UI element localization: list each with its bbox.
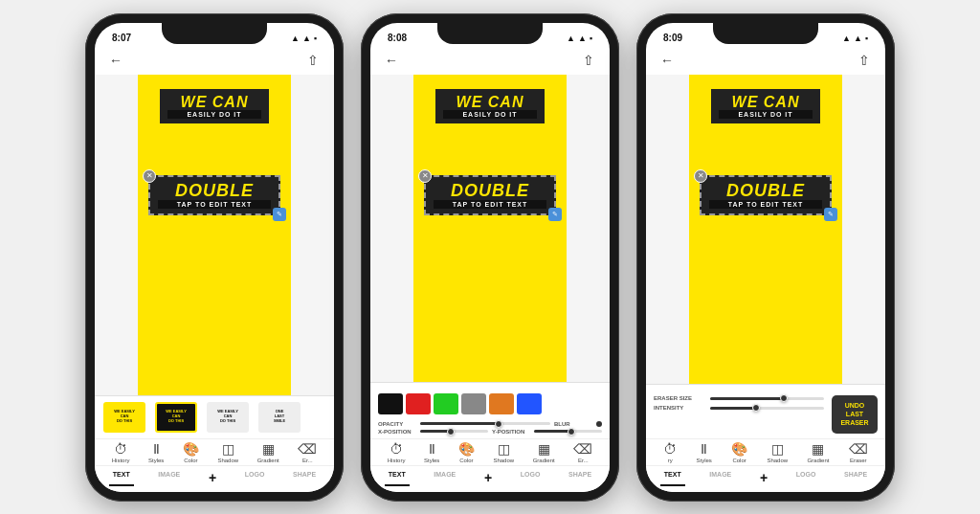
phone-2-tab-shape[interactable]: SHAPE <box>565 469 595 486</box>
er-label-2: Er... <box>578 458 589 463</box>
phone-3-tab-logo[interactable]: LOGO <box>792 469 820 486</box>
phone-2-sticker-top-title: WE CAN <box>443 94 537 111</box>
phone-1-sticker-edit[interactable]: ✎ <box>273 208 286 221</box>
history-label: History <box>112 458 130 463</box>
eraser-size-label: ERASER SIZE <box>654 395 706 401</box>
phone-1-style-3[interactable]: WE EASILYCANDO THIS <box>204 402 252 433</box>
phone-1-tab-image[interactable]: IMAGE <box>154 469 184 486</box>
phone-3-sticker-close[interactable]: ✕ <box>694 169 707 183</box>
phone-1-sticker-top-title: WE CAN <box>167 94 261 111</box>
phone-3-sticker-edit[interactable]: ✎ <box>824 208 837 221</box>
phone-3-shadow-btn[interactable]: ◫ Shadow <box>767 441 788 463</box>
phone-3-gradient-btn[interactable]: ▦ Gradient <box>807 441 829 463</box>
phone-2-tab-text[interactable]: TEXT <box>385 469 410 486</box>
ypos-slider[interactable] <box>534 430 602 433</box>
color-icon: 🎨 <box>183 441 199 457</box>
phone-2-sticker-edit[interactable]: ✎ <box>548 208 562 221</box>
opacity-slider[interactable] <box>420 422 550 425</box>
phone-1-gradient-btn[interactable]: ▦ Gradient <box>257 441 279 463</box>
swatch-orange[interactable] <box>489 393 514 414</box>
phone-2-bottom-tabs: TEXT IMAGE + LOGO SHAPE <box>370 465 610 488</box>
phone-2-color-btn[interactable]: 🎨 Color <box>458 441 475 463</box>
phone-1-notch <box>162 23 267 44</box>
intensity-slider[interactable] <box>710 407 824 410</box>
history-label-3: ry <box>668 458 673 463</box>
wifi-icon-2: ▲ <box>567 34 575 43</box>
phone-1-shadow-btn[interactable]: ◫ Shadow <box>217 441 238 463</box>
phone-1-back-button[interactable]: ← <box>106 51 125 70</box>
phone-3-sticker-bottom[interactable]: ✕ DOUBLE TAP TO EDIT TEXT ✎ <box>700 175 832 216</box>
phone-2-history-btn[interactable]: ⏱ History <box>388 441 406 463</box>
phone-2-styles-btn[interactable]: Ⅱ Styles <box>424 441 439 463</box>
phone-2-er-btn[interactable]: ⌫ Er... <box>573 441 592 463</box>
phone-1-style-1[interactable]: WE EASILYCANDO THIS <box>100 402 148 433</box>
phone-3-tab-shape[interactable]: SHAPE <box>840 469 871 486</box>
phone-3-tab-add[interactable]: + <box>756 469 771 486</box>
phone-3-tab-text[interactable]: TEXT <box>660 469 685 486</box>
phone-2-tab-image[interactable]: IMAGE <box>430 469 459 486</box>
phone-3-tab-image[interactable]: IMAGE <box>705 469 735 486</box>
phone-2-sticker-top[interactable]: WE CAN EASILY DO IT <box>433 86 547 127</box>
phone-3-history-btn[interactable]: ⏱ ry <box>663 441 677 463</box>
phone-1-tab-text[interactable]: TEXT <box>109 469 134 486</box>
styles-icon-2: Ⅱ <box>429 441 435 457</box>
phone-3-share-button[interactable]: ⇧ <box>855 51 874 70</box>
swatch-gray[interactable] <box>461 393 486 414</box>
phone-1-history-btn[interactable]: ⏱ History <box>112 441 130 463</box>
phone-1-share-button[interactable]: ⇧ <box>303 51 323 70</box>
phone-2-opacity-row: OPACITY BLUR <box>378 421 602 427</box>
phone-2: 8:08 ▲ ▲ ▪ ← ⇧ WE CAN EASILY DO IT <box>361 13 619 502</box>
swatch-blue[interactable] <box>517 393 542 414</box>
phone-1-status-icons: ▲ ▲ ▪ <box>291 34 317 43</box>
styles-icon-3: Ⅱ <box>701 441 707 457</box>
phone-1-sticker-top-sub: EASILY DO IT <box>167 110 261 119</box>
phone-2-sticker-bottom[interactable]: ✕ DOUBLE TAP TO EDIT TEXT ✎ <box>424 175 556 216</box>
phone-3-sticker-top[interactable]: WE CAN EASILY DO IT <box>708 86 823 127</box>
phone-1-canvas[interactable]: WE CAN EASILY DO IT ✕ DOUBLE TAP TO EDIT… <box>95 75 334 395</box>
phone-1-tab-logo[interactable]: LOGO <box>241 469 269 486</box>
phone-3-intensity-row: INTENSITY <box>654 405 824 411</box>
eraser-size-slider[interactable] <box>710 397 824 400</box>
phone-1-sticker-bottom[interactable]: ✕ DOUBLE TAP TO EDIT TEXT ✎ <box>148 175 280 216</box>
phone-2-screen: 8:08 ▲ ▲ ▪ ← ⇧ WE CAN EASILY DO IT <box>370 23 610 492</box>
phone-3-eraser-btn[interactable]: ⌫ Eraser <box>849 441 868 463</box>
phone-1-bottom-tabs: TEXT IMAGE + LOGO SHAPE <box>95 465 334 488</box>
phone-3-canvas[interactable]: WE CAN EASILY DO IT ✕ DOUBLE TAP TO EDIT… <box>646 75 885 385</box>
phone-3-eraser-panel: ERASER SIZE INTENSITY <box>646 391 885 437</box>
phone-1-tab-shape[interactable]: SHAPE <box>289 469 320 486</box>
phone-3-color-btn[interactable]: 🎨 Color <box>731 441 747 463</box>
swatch-black[interactable] <box>378 393 403 414</box>
phone-2-tab-logo[interactable]: LOGO <box>517 469 545 486</box>
phone-2-sticker-bottom-sub: TAP TO EDIT TEXT <box>434 200 546 209</box>
undo-last-eraser-button[interactable]: UNDOLASTERASER <box>832 395 878 433</box>
xpos-slider[interactable] <box>420 430 488 433</box>
phone-2-controls: OPACITY BLUR X-POSITION <box>370 419 610 438</box>
phone-1-style-4[interactable]: ONELASTSMILE <box>256 402 303 433</box>
phone-1-tab-add[interactable]: + <box>205 469 220 486</box>
swatch-red[interactable] <box>406 393 431 414</box>
phone-2-canvas[interactable]: WE CAN EASILY DO IT ✕ DOUBLE TAP TO EDIT… <box>370 75 610 382</box>
phone-3-eraser-size-row: ERASER SIZE <box>654 395 824 401</box>
history-icon: ⏱ <box>114 441 127 457</box>
phone-2-gradient-btn[interactable]: ▦ Gradient <box>533 441 555 463</box>
phone-1-sticker-top[interactable]: WE CAN EASILY DO IT <box>157 86 272 127</box>
phone-1-er-btn[interactable]: ⌫ Er... <box>298 441 317 463</box>
phone-1-styles-btn[interactable]: Ⅱ Styles <box>148 441 164 463</box>
phone-2-shadow-btn[interactable]: ◫ Shadow <box>493 441 514 463</box>
phone-2-back-button[interactable]: ← <box>382 51 401 70</box>
color-label-3: Color <box>732 458 746 463</box>
phone-3-back-button[interactable]: ← <box>657 51 677 70</box>
phone-3-styles-btn[interactable]: Ⅱ Styles <box>696 441 711 463</box>
phone-2-share-button[interactable]: ⇧ <box>579 51 598 70</box>
phone-2-tab-add[interactable]: + <box>480 469 496 486</box>
phone-2-sticker-close[interactable]: ✕ <box>418 169 432 183</box>
ypos-label: Y-POSITION <box>492 429 530 435</box>
styles-icon: Ⅱ <box>153 441 160 457</box>
swatch-green[interactable] <box>434 393 458 414</box>
phone-3: 8:09 ▲ ▲ ▪ ← ⇧ WE CAN EASILY DO IT <box>636 13 895 502</box>
shadow-label-2: Shadow <box>493 458 514 463</box>
phone-1-style-2[interactable]: WE EASILYCANDO THIS <box>152 402 200 433</box>
phone-1-sticker-close[interactable]: ✕ <box>143 169 156 183</box>
phone-1-color-btn[interactable]: 🎨 Color <box>183 441 199 463</box>
eraser-icon-3: ⌫ <box>849 441 868 457</box>
